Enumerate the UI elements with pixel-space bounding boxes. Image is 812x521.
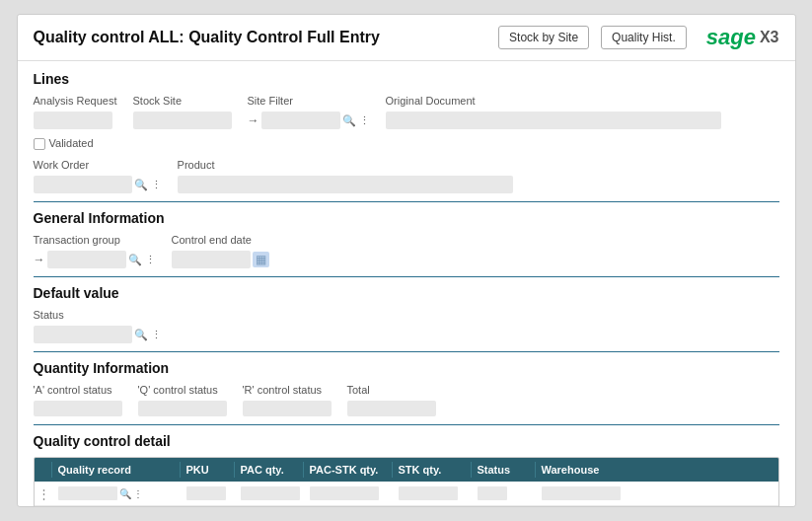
row-1-qr-input[interactable]	[58, 486, 117, 500]
row-1-wh-input[interactable]	[542, 486, 621, 500]
analysis-request-input-row	[34, 112, 117, 129]
quality-hist-button[interactable]: Quality Hist.	[601, 26, 687, 49]
r-control-field: 'R' control status	[243, 384, 332, 416]
control-end-date-input-row: ▦	[172, 251, 269, 268]
work-order-search-icon[interactable]: 🔍 ⋮	[134, 179, 162, 191]
stock-site-input-row	[133, 112, 232, 129]
content-area: Lines Analysis Request Stock Site Site F…	[18, 61, 795, 506]
site-filter-label: Site Filter	[248, 95, 370, 107]
x3-suffix-text: X3	[760, 29, 779, 46]
stock-site-input[interactable]	[133, 112, 232, 129]
stock-site-group: Stock Site	[133, 95, 232, 129]
transaction-group-arrow-icon: →	[34, 253, 45, 266]
work-order-group: Work Order 🔍 ⋮	[34, 159, 162, 193]
general-row-1: Transaction group → 🔍 ⋮ Control end date…	[34, 234, 779, 268]
work-order-input[interactable]	[34, 176, 132, 193]
r-control-bar	[243, 401, 332, 416]
total-bar	[347, 401, 436, 416]
stock-by-site-button[interactable]: Stock by Site	[498, 26, 589, 49]
site-filter-input-row: → 🔍 ⋮	[248, 112, 370, 129]
pac-stk-qty-header: PAC-STK qty.	[304, 462, 393, 478]
lines-section-title: Lines	[34, 71, 779, 87]
row-1-stk	[393, 484, 472, 502]
transaction-group-search-icon[interactable]: 🔍 ⋮	[128, 254, 156, 266]
status-header: Status	[472, 462, 536, 478]
control-end-date-input[interactable]	[172, 251, 251, 268]
work-order-label: Work Order	[34, 159, 162, 171]
a-control-bar	[34, 401, 122, 416]
quantity-row: 'A' control status 'Q' control status 'R…	[34, 384, 779, 416]
row-1-pacstk-input[interactable]	[310, 486, 379, 500]
row-1-status-input[interactable]	[478, 486, 507, 500]
total-label: Total	[347, 384, 436, 396]
product-label: Product	[178, 159, 513, 171]
a-control-label: 'A' control status	[34, 384, 122, 396]
table-row: ⋮ 🔍 ⋮	[35, 482, 778, 506]
quantity-divider	[34, 351, 779, 352]
lines-row-2: Work Order 🔍 ⋮ Product	[34, 159, 779, 193]
product-group: Product	[178, 159, 513, 193]
product-input[interactable]	[178, 176, 513, 193]
row-1-quality-record: 🔍 ⋮	[52, 484, 181, 502]
analysis-request-input[interactable]	[34, 112, 112, 129]
original-document-label: Original Document	[386, 95, 721, 107]
table-body: ⋮ 🔍 ⋮	[35, 482, 778, 506]
validated-label: Validated	[49, 137, 94, 149]
control-end-date-group: Control end date ▦	[172, 234, 269, 268]
header: Quality control ALL: Quality Control Ful…	[18, 15, 795, 61]
quantity-section-title: Quantity Information	[34, 360, 779, 376]
control-end-date-label: Control end date	[172, 234, 269, 246]
transaction-group-label: Transaction group	[34, 234, 156, 246]
row-1-stk-input[interactable]	[399, 486, 458, 500]
site-filter-group: Site Filter → 🔍 ⋮	[248, 95, 370, 129]
transaction-group-group: Transaction group → 🔍 ⋮	[34, 234, 156, 268]
general-section-title: General Information	[34, 210, 779, 226]
row-1-pku	[181, 484, 235, 502]
original-document-group: Original Document	[386, 95, 721, 129]
status-label: Status	[34, 309, 779, 321]
sage-logo: sage X3	[706, 25, 779, 50]
q-control-label: 'Q' control status	[138, 384, 227, 396]
analysis-request-group: Analysis Request	[34, 95, 117, 129]
total-field: Total	[347, 384, 436, 416]
status-input[interactable]	[34, 326, 132, 343]
status-input-row: 🔍 ⋮	[34, 326, 779, 343]
original-document-input[interactable]	[386, 112, 721, 129]
validated-checkbox[interactable]	[34, 138, 45, 150]
site-filter-input[interactable]	[261, 112, 340, 129]
r-control-label: 'R' control status	[243, 384, 332, 396]
lines-row-1: Analysis Request Stock Site Site Filter …	[34, 95, 779, 129]
row-1-pac	[235, 484, 304, 502]
q-control-bar	[138, 401, 227, 416]
warehouse-header: Warehouse	[536, 462, 644, 478]
validated-row: Validated	[34, 137, 779, 151]
default-value-section-title: Default value	[34, 285, 779, 301]
table-header-row: Quality record PKU PAC qty. PAC-STK qty.…	[35, 458, 778, 482]
sage-brand-text: sage	[706, 25, 756, 50]
row-1-pku-input[interactable]	[186, 486, 226, 500]
q-control-field: 'Q' control status	[138, 384, 227, 416]
calendar-icon[interactable]: ▦	[253, 252, 269, 267]
transaction-group-input-row: → 🔍 ⋮	[34, 251, 156, 268]
stk-qty-header: STK qty.	[393, 462, 472, 478]
detail-divider	[34, 424, 779, 425]
site-filter-arrow-icon: →	[248, 113, 259, 127]
pac-qty-header: PAC qty.	[235, 462, 304, 478]
general-divider	[34, 201, 779, 202]
status-search-icon[interactable]: 🔍 ⋮	[134, 329, 162, 341]
analysis-request-label: Analysis Request	[34, 95, 117, 107]
quality-detail-table: Quality record PKU PAC qty. PAC-STK qty.…	[34, 457, 779, 506]
page-title: Quality control ALL: Quality Control Ful…	[34, 29, 487, 46]
row-1-status	[472, 484, 536, 502]
a-control-field: 'A' control status	[34, 384, 122, 416]
row-1-qr-search-icon[interactable]: 🔍 ⋮	[119, 488, 144, 499]
original-document-input-row	[386, 112, 721, 129]
main-window: Quality control ALL: Quality Control Ful…	[17, 14, 796, 507]
transaction-group-input[interactable]	[47, 251, 126, 268]
quality-detail-section-title: Quality control detail	[34, 433, 779, 449]
site-filter-search-icon[interactable]: 🔍 ⋮	[342, 114, 370, 127]
quality-record-header: Quality record	[52, 462, 181, 478]
pku-header: PKU	[181, 462, 235, 478]
row-1-handle[interactable]: ⋮	[35, 486, 52, 501]
row-1-pac-input[interactable]	[241, 486, 300, 500]
